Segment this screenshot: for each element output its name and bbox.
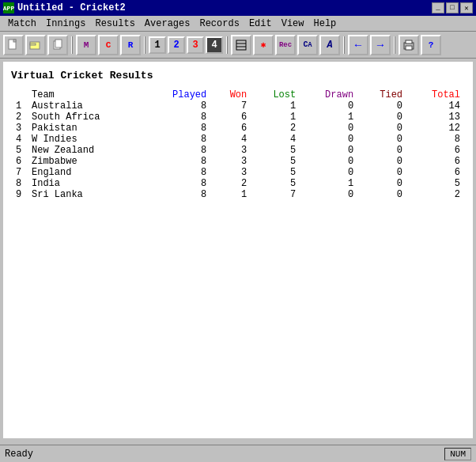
menu-results[interactable]: Results — [90, 17, 139, 30]
cell-total: 6 — [407, 145, 465, 156]
mode-m-button[interactable]: M — [76, 35, 96, 55]
num-4-button[interactable]: 4 — [206, 36, 223, 54]
title-controls: _ □ ✕ — [432, 2, 473, 13]
table-row: 7 England 8 3 5 0 0 6 — [11, 167, 465, 178]
cell-played: 8 — [145, 156, 211, 167]
title-bar: APP Untitled - Cricket2 _ □ ✕ — [0, 0, 476, 16]
cell-drawn: 0 — [300, 123, 358, 134]
num-indicator: NUM — [444, 448, 471, 460]
menu-match[interactable]: Match — [3, 17, 41, 30]
close-button[interactable]: ✕ — [460, 2, 473, 13]
header-drawn: Drawn — [300, 89, 358, 100]
header-played: Played — [145, 89, 211, 100]
wildcard-button[interactable]: ✱ — [253, 35, 274, 55]
cell-played: 8 — [145, 112, 211, 123]
mode-r-button[interactable]: R — [120, 35, 141, 55]
cell-won: 7 — [211, 100, 251, 112]
cell-lost: 5 — [251, 167, 300, 178]
cell-num: 2 — [11, 112, 27, 123]
cell-team: Australia — [27, 100, 145, 112]
table-row: 5 New Zealand 8 3 5 0 0 6 — [11, 145, 465, 156]
a-button[interactable]: A — [319, 35, 340, 55]
help-button[interactable]: ? — [421, 35, 441, 55]
cell-played: 8 — [145, 134, 211, 145]
print-button[interactable] — [399, 35, 419, 55]
cell-num: 8 — [11, 178, 27, 189]
cell-tied: 0 — [358, 156, 407, 167]
cell-team: Pakistan — [27, 123, 145, 134]
cell-lost: 7 — [251, 189, 300, 200]
svg-rect-3 — [30, 44, 36, 45]
ca-button[interactable]: CA — [297, 35, 318, 55]
cell-lost: 1 — [251, 100, 300, 112]
separator-4 — [343, 36, 345, 54]
open-button[interactable] — [25, 35, 46, 55]
table-row: 6 Zimbabwe 8 3 5 0 0 6 — [11, 156, 465, 167]
menu-records[interactable]: Records — [195, 17, 244, 30]
menu-help[interactable]: Help — [309, 17, 342, 30]
cell-num: 6 — [11, 156, 27, 167]
cell-team: Zimbabwe — [27, 156, 145, 167]
cell-won: 2 — [211, 178, 251, 189]
num-2-button[interactable]: 2 — [168, 36, 185, 54]
cell-drawn: 1 — [300, 112, 358, 123]
table-row: 9 Sri Lanka 8 1 7 0 0 2 — [11, 189, 465, 200]
cell-won: 1 — [211, 189, 251, 200]
cell-team: New Zealand — [27, 145, 145, 156]
header-total: Total — [407, 89, 465, 100]
table-header-row: Team Played Won Lost Drawn Tied Total — [11, 89, 465, 100]
menu-view[interactable]: View — [277, 17, 309, 30]
cell-num: 7 — [11, 167, 27, 178]
cell-total: 6 — [407, 167, 465, 178]
cell-lost: 2 — [251, 123, 300, 134]
section-title: Virtual Cricket Results — [11, 70, 465, 81]
cell-won: 3 — [211, 167, 251, 178]
header-lost: Lost — [251, 89, 300, 100]
cell-tied: 0 — [358, 178, 407, 189]
header-won: Won — [211, 89, 251, 100]
cell-played: 8 — [145, 100, 211, 112]
forward-button[interactable]: → — [370, 35, 391, 55]
num-1-button[interactable]: 1 — [149, 36, 166, 54]
cell-team: W Indies — [27, 134, 145, 145]
menu-averages[interactable]: Averages — [140, 17, 195, 30]
status-bar: Ready NUM — [0, 445, 476, 462]
svg-rect-11 — [406, 46, 412, 50]
header-num — [11, 89, 27, 100]
cell-tied: 0 — [358, 123, 407, 134]
cell-won: 3 — [211, 156, 251, 167]
menu-bar: Match Innings Results Averages Records E… — [0, 16, 476, 32]
cell-num: 3 — [11, 123, 27, 134]
minimize-button[interactable]: _ — [432, 2, 444, 13]
cell-tied: 0 — [358, 189, 407, 200]
cell-lost: 5 — [251, 156, 300, 167]
copy-button[interactable] — [47, 35, 68, 55]
cell-total: 12 — [407, 123, 465, 134]
maximize-button[interactable]: □ — [446, 2, 459, 13]
cell-drawn: 0 — [300, 145, 358, 156]
cell-played: 8 — [145, 189, 211, 200]
separator-3 — [226, 36, 228, 54]
rec-button[interactable]: Rec — [275, 35, 296, 55]
header-team: Team — [27, 89, 145, 100]
cell-played: 8 — [145, 178, 211, 189]
cell-team: India — [27, 178, 145, 189]
cell-lost: 4 — [251, 134, 300, 145]
cell-tied: 0 — [358, 167, 407, 178]
cell-tied: 0 — [358, 112, 407, 123]
back-button[interactable]: ← — [348, 35, 368, 55]
cell-tied: 0 — [358, 134, 407, 145]
new-button[interactable] — [3, 35, 24, 55]
cell-total: 13 — [407, 112, 465, 123]
table-row: 2 South Africa 8 6 1 1 0 13 — [11, 112, 465, 123]
cell-num: 9 — [11, 189, 27, 200]
cell-drawn: 0 — [300, 189, 358, 200]
num-3-button[interactable]: 3 — [187, 36, 204, 54]
menu-innings[interactable]: Innings — [41, 17, 90, 30]
menu-edit[interactable]: Edit — [244, 17, 277, 30]
view-button[interactable] — [231, 35, 251, 55]
cell-lost: 5 — [251, 178, 300, 189]
mode-c-button[interactable]: C — [98, 35, 119, 55]
status-text: Ready — [5, 449, 33, 460]
cell-won: 3 — [211, 145, 251, 156]
